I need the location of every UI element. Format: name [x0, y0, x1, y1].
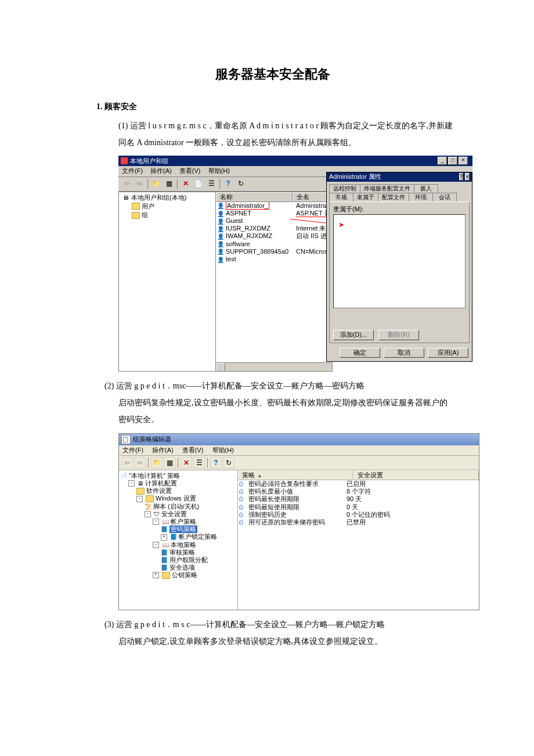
user-fullname: CN=Microsoft Corpora… — [296, 248, 331, 255]
policy-name: 密码长度最小值 — [239, 488, 347, 495]
forward-button[interactable] — [134, 457, 146, 469]
tree-local[interactable]: 本地策略 — [171, 541, 196, 549]
tree-audit[interactable]: 审核策略 — [169, 549, 195, 556]
menu-help[interactable]: 帮助(H) — [208, 167, 230, 174]
close-button[interactable]: × — [459, 157, 468, 165]
user-row[interactable]: IUSR_RJXDMZInternet 来宾帐户 — [216, 225, 332, 232]
help-button[interactable]: ? — [459, 173, 464, 181]
tree-sec[interactable]: 安全设置 — [161, 510, 187, 518]
help-button[interactable] — [222, 178, 234, 190]
user-row[interactable]: SUPPORT_388945a0CN=Microsoft Corpora… — [216, 248, 332, 255]
up-folder-button[interactable] — [150, 178, 162, 190]
policy-row[interactable]: 密码长度最小值8 个字符 — [238, 488, 479, 495]
tree-pwd[interactable]: 密码策略 — [169, 525, 197, 533]
memberof-listbox[interactable]: ➤ — [333, 214, 466, 308]
collapse-icon[interactable]: - — [128, 480, 135, 487]
user-row[interactable]: Administrator_Administrator — [216, 202, 332, 210]
apply-button[interactable]: 应用(A) — [428, 348, 468, 358]
tree-opts[interactable]: 安全选项 — [169, 564, 195, 571]
script-icon — [145, 503, 151, 510]
policy-icon — [239, 495, 247, 503]
tree-lock[interactable]: 帐户锁定策略 — [179, 533, 217, 541]
user-icon — [217, 202, 224, 209]
policy-row[interactable]: 密码必须符合复杂性要求已启用 — [238, 480, 479, 488]
back-button[interactable] — [121, 178, 132, 190]
tree-root[interactable]: 本地用户和组(本地) — [131, 194, 186, 201]
export-button[interactable] — [193, 457, 205, 469]
window-title: 组策略编辑器 — [133, 435, 171, 443]
user-row[interactable]: IWAM_RJXDMZ启动 IIS 进程帐户 — [216, 232, 332, 240]
list-pane: 名称 全名 Administrator_AdministratorASPNETA… — [215, 192, 333, 372]
user-row[interactable]: test — [216, 255, 332, 263]
user-icon — [217, 248, 224, 255]
policy-row[interactable]: 密码最长使用期限90 天 — [238, 495, 479, 503]
policy-row[interactable]: 密码最短使用期限0 天 — [238, 503, 479, 511]
menubar: 文件(F) 操作(A) 查看(V) 帮助(H) — [119, 445, 479, 456]
tab-memberof[interactable]: 隶属于 — [353, 193, 378, 201]
collapse-icon[interactable]: - — [153, 519, 159, 525]
expand-icon[interactable]: + — [153, 572, 159, 578]
maximize-button[interactable]: □ — [448, 157, 457, 165]
tree-users[interactable]: 用户 — [142, 203, 154, 210]
scrollbar[interactable] — [216, 362, 332, 371]
up-folder-button[interactable] — [151, 457, 163, 469]
close-button[interactable]: × — [465, 173, 470, 181]
policy-icon — [239, 503, 247, 511]
add-button[interactable]: 添加(D)... — [333, 330, 374, 340]
tree-win[interactable]: Windows 设置 — [156, 495, 196, 502]
ok-button[interactable]: 确定 — [340, 348, 380, 358]
tree-comp[interactable]: 计算机配置 — [145, 480, 177, 487]
forward-button[interactable] — [134, 178, 145, 190]
user-name: Guest — [226, 217, 294, 225]
menu-view[interactable]: 查看(V) — [179, 167, 201, 174]
minimize-button[interactable]: _ — [438, 157, 447, 165]
menu-action[interactable]: 操作(A) — [150, 167, 172, 174]
copy-button[interactable] — [193, 178, 204, 190]
menu-file[interactable]: 文件(F) — [122, 167, 143, 174]
cancel-button[interactable]: 取消 — [384, 348, 424, 358]
tab-profile[interactable]: 配置文件 — [378, 193, 409, 201]
tree-acct[interactable]: 帐户策略 — [171, 518, 196, 525]
col-setting[interactable]: 安全设置 — [353, 470, 479, 480]
tree-scripts[interactable]: 脚本 (启动/关机) — [153, 503, 199, 510]
user-icon — [217, 210, 224, 217]
menu-view[interactable]: 查看(V) — [182, 447, 204, 453]
collapse-icon[interactable]: - — [153, 542, 159, 548]
policy-row[interactable]: 强制密码历史0 个记住的密码 — [238, 511, 479, 519]
menu-action[interactable]: 操作(A) — [152, 447, 174, 453]
properties-button[interactable] — [164, 457, 175, 469]
remove-button[interactable]: 删除(R) — [378, 330, 419, 340]
tree-soft[interactable]: 软件设置 — [146, 487, 172, 495]
tab-session[interactable]: 会话 — [432, 193, 457, 201]
back-button[interactable] — [121, 457, 133, 469]
user-row[interactable]: software — [216, 240, 332, 248]
menu-help[interactable]: 帮助(H) — [212, 447, 234, 453]
collapse-icon[interactable]: - — [136, 496, 143, 502]
col-policy[interactable]: 策略▲ — [238, 470, 353, 480]
tab-remote[interactable]: 远程控制 — [329, 184, 360, 193]
user-row[interactable]: ASPNETASP.NET 计算机帐户 — [216, 210, 332, 217]
tree-pki[interactable]: 公钥策略 — [172, 571, 197, 579]
menu-file[interactable]: 文件(F) — [122, 447, 143, 453]
tab-dialin[interactable]: 拨入 — [414, 184, 438, 193]
col-name[interactable]: 名称 — [216, 192, 293, 202]
refresh-button[interactable] — [223, 457, 234, 469]
user-name: test — [226, 255, 294, 263]
properties-button[interactable] — [163, 178, 175, 190]
computer-icon — [138, 480, 143, 487]
tab-tsprofile[interactable]: 终端服务配置文件 — [360, 184, 414, 193]
tab-general[interactable]: 常规 — [329, 193, 353, 201]
delete-button[interactable] — [180, 178, 192, 190]
tab-env[interactable]: 环境 — [409, 193, 433, 201]
tree-root[interactable]: "本地计算机" 策略 — [129, 472, 180, 480]
delete-button[interactable] — [181, 457, 192, 469]
tree-groups[interactable]: 组 — [142, 211, 148, 219]
tree-rights[interactable]: 用户权限分配 — [169, 556, 208, 564]
help-button[interactable] — [210, 457, 222, 469]
collapse-icon[interactable]: - — [145, 511, 151, 517]
policy-row[interactable]: 用可还原的加密来储存密码已禁用 — [238, 519, 479, 526]
expand-icon[interactable]: + — [161, 534, 167, 541]
section-1-heading: 顾客安全 — [104, 102, 137, 111]
refresh-button[interactable] — [235, 178, 247, 190]
view-button[interactable] — [205, 178, 217, 190]
